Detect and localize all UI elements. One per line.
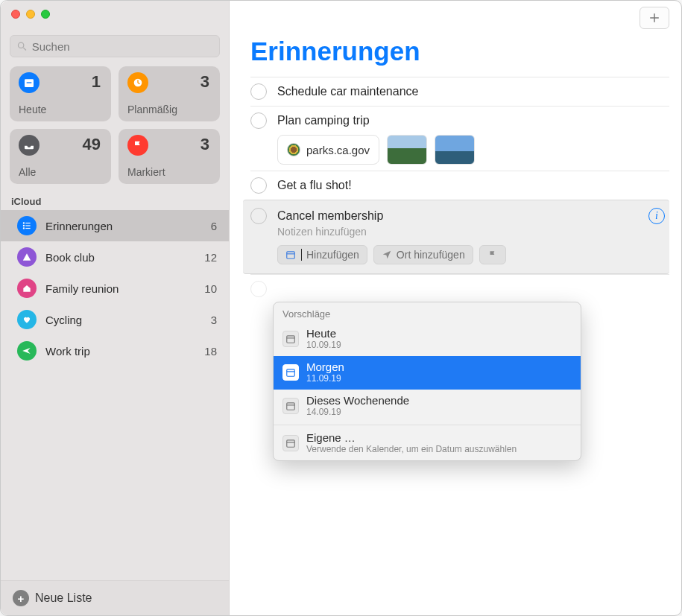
- add-date-label: Hinzufügen: [306, 249, 359, 261]
- list-bullets-icon: [17, 216, 37, 235]
- flag-icon: [127, 135, 148, 156]
- favicon-icon: [287, 143, 300, 156]
- smart-list-count: 1: [92, 72, 101, 92]
- svg-rect-4: [27, 82, 32, 83]
- calendar-icon: [282, 398, 299, 414]
- add-date-pill[interactable]: Hinzufügen: [277, 245, 367, 264]
- list-name: Work trip: [45, 345, 204, 358]
- quick-edit-pills: Hinzufügen Ort hinzufügen: [277, 245, 662, 264]
- add-reminder-button[interactable]: [640, 7, 669, 29]
- list-count: 18: [204, 345, 217, 358]
- url-label: parks.ca.gov: [306, 144, 370, 156]
- smart-list-label: Alle: [19, 166, 36, 178]
- list-row-reminders[interactable]: Erinnerungen 6: [1, 210, 229, 241]
- reminder-item[interactable]: Plan camping trip parks.ca.gov: [250, 106, 669, 171]
- suggestion-subtitle: 11.09.19: [306, 373, 344, 384]
- svg-rect-14: [287, 335, 295, 342]
- reminder-item-editing[interactable]: i Cancel membership Notizen hinzufügen H…: [243, 200, 669, 274]
- suggestion-title: Eigene …: [306, 431, 517, 444]
- smart-list-label: Markiert: [127, 166, 165, 178]
- info-button[interactable]: i: [648, 208, 665, 224]
- new-list-button[interactable]: + Neue Liste: [1, 580, 229, 615]
- search-icon: [16, 40, 28, 52]
- svg-point-0: [18, 42, 23, 48]
- list-row-work-trip[interactable]: Work trip 18: [1, 335, 229, 366]
- svg-line-1: [23, 48, 26, 51]
- suggestion-tomorrow[interactable]: Morgen 11.09.19: [274, 356, 581, 390]
- svg-rect-12: [287, 252, 295, 258]
- reminders-list: Schedule car maintenance Plan camping tr…: [230, 77, 681, 304]
- add-location-pill[interactable]: Ort hinzufügen: [373, 245, 473, 264]
- list-name: Erinnerungen: [45, 220, 211, 232]
- calendar-icon: [285, 250, 296, 260]
- toolbar: [230, 1, 681, 35]
- list-count: 12: [204, 251, 217, 264]
- complete-checkbox[interactable]: [250, 281, 267, 297]
- fullscreen-window-button[interactable]: [41, 10, 50, 19]
- attachments: parks.ca.gov: [277, 135, 669, 165]
- url-attachment[interactable]: parks.ca.gov: [277, 135, 379, 165]
- calendar-icon: [282, 331, 299, 347]
- smart-list-all[interactable]: 49 Alle: [10, 129, 111, 184]
- inbox-icon: [19, 135, 40, 156]
- clock-icon: [127, 72, 148, 93]
- date-suggestions-popover: Vorschläge Heute 10.09.19 Morgen 11.09.1…: [273, 302, 581, 461]
- svg-rect-16: [287, 369, 295, 375]
- location-arrow-icon: [382, 250, 392, 260]
- list-row-family-reunion[interactable]: Family reunion 10: [1, 273, 229, 304]
- list-title: Erinnerungen: [230, 35, 681, 77]
- smart-list-label: Heute: [19, 104, 46, 115]
- list-count: 6: [211, 220, 217, 232]
- smart-list-count: 3: [201, 135, 209, 154]
- plus-icon: [648, 11, 661, 25]
- minimize-window-button[interactable]: [26, 10, 35, 19]
- smart-list-scheduled[interactable]: 3 Planmäßig: [119, 66, 220, 121]
- search-field[interactable]: [10, 35, 220, 57]
- reminder-item-empty[interactable]: [250, 274, 669, 304]
- reminder-item[interactable]: Schedule car maintenance: [250, 77, 669, 106]
- smart-lists-grid: 1 Heute 3 Planmäßig 49 Alle: [1, 66, 229, 193]
- complete-checkbox[interactable]: [250, 112, 267, 129]
- notes-placeholder[interactable]: Notizen hinzufügen: [277, 226, 662, 238]
- image-attachment[interactable]: [435, 135, 475, 165]
- calendar-icon: [282, 435, 299, 451]
- airplane-icon: [17, 341, 37, 361]
- svg-point-6: [23, 222, 25, 223]
- suggestion-today[interactable]: Heute 10.09.19: [274, 323, 581, 356]
- popover-header: Vorschläge: [274, 302, 581, 323]
- lists: Erinnerungen 6 Book club 12 Family reuni…: [1, 210, 229, 580]
- complete-checkbox[interactable]: [250, 208, 267, 224]
- close-window-button[interactable]: [11, 10, 20, 19]
- complete-checkbox[interactable]: [250, 177, 267, 194]
- suggestion-subtitle: 14.09.19: [306, 407, 409, 417]
- smart-list-today[interactable]: 1 Heute: [10, 66, 111, 121]
- new-list-label: Neue Liste: [35, 591, 92, 605]
- reminder-title: Cancel membership: [277, 209, 383, 223]
- smart-list-count: 3: [201, 72, 209, 92]
- search-input[interactable]: [32, 40, 213, 53]
- svg-rect-20: [287, 439, 295, 446]
- reminder-title: Get a flu shot!: [277, 179, 352, 192]
- list-name: Cycling: [45, 314, 211, 326]
- svg-point-8: [23, 225, 25, 226]
- smart-list-flagged[interactable]: 3 Markiert: [119, 129, 220, 184]
- list-count: 10: [204, 282, 217, 295]
- suggestion-custom[interactable]: Eigene … Verwende den Kalender, um ein D…: [274, 427, 581, 460]
- svg-rect-11: [25, 228, 30, 229]
- image-attachment[interactable]: [387, 135, 427, 165]
- smart-list-count: 49: [83, 135, 101, 154]
- suggestion-title: Heute: [306, 327, 341, 340]
- heart-icon: [17, 310, 37, 329]
- svg-point-10: [23, 227, 25, 229]
- plus-circle-icon: +: [13, 590, 29, 606]
- flag-pill[interactable]: [479, 245, 506, 264]
- complete-checkbox[interactable]: [250, 83, 267, 100]
- suggestion-this-weekend[interactable]: Dieses Wochenende 14.09.19: [274, 390, 581, 423]
- calendar-icon: [282, 364, 299, 381]
- list-row-book-club[interactable]: Book club 12: [1, 241, 229, 273]
- svg-rect-18: [287, 402, 295, 409]
- sidebar: 1 Heute 3 Planmäßig 49 Alle: [1, 1, 230, 615]
- section-header-icloud: iCloud: [1, 193, 229, 210]
- list-row-cycling[interactable]: Cycling 3: [1, 304, 229, 335]
- reminder-item[interactable]: Get a flu shot!: [250, 171, 669, 200]
